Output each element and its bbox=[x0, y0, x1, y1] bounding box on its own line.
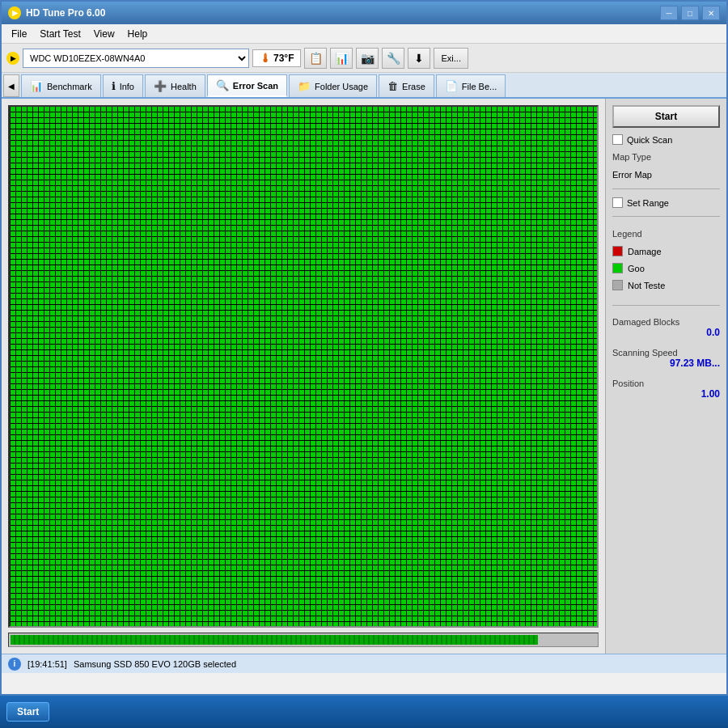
quick-scan-row: Quick Scan bbox=[612, 134, 720, 145]
legend-good: Goo bbox=[612, 263, 720, 273]
status-message: Samsung SSD 850 EVO 120GB selected bbox=[74, 659, 236, 669]
legend-not-tested: Not Teste bbox=[612, 280, 720, 290]
close-button[interactable]: ✕ bbox=[702, 6, 720, 20]
not-tested-color bbox=[612, 280, 623, 290]
window-title: HD Tune Pro 6.00 bbox=[26, 7, 660, 19]
damaged-label: Damage bbox=[628, 247, 662, 256]
tab-erase[interactable]: 🗑 Erase bbox=[379, 74, 434, 97]
toolbar-btn-4[interactable]: 🔧 bbox=[382, 48, 404, 69]
tab-folder-usage-label: Folder Usage bbox=[315, 82, 368, 91]
scan-area bbox=[2, 99, 605, 654]
exit-button[interactable]: Exi... bbox=[434, 48, 468, 69]
scan-grid-container bbox=[8, 105, 599, 628]
good-label: Goo bbox=[628, 264, 645, 273]
toolbar-btn-down[interactable]: ⬇ bbox=[408, 48, 430, 69]
divider-3 bbox=[612, 305, 720, 306]
tab-folder-usage[interactable]: 📁 Folder Usage bbox=[289, 74, 377, 97]
maximize-button[interactable]: □ bbox=[681, 6, 699, 20]
quick-scan-label: Quick Scan bbox=[627, 135, 672, 145]
tab-error-scan[interactable]: 🔍 Error Scan bbox=[207, 74, 287, 97]
health-tab-icon: ➕ bbox=[154, 80, 167, 92]
set-range-checkbox[interactable] bbox=[612, 197, 623, 208]
content-area: Start Quick Scan Map Type Error Map Set … bbox=[2, 99, 726, 654]
menu-bar: File Start Test View Help bbox=[2, 24, 726, 44]
drive-selector[interactable]: WDC WD10EZEX-08WN4A0 bbox=[23, 49, 249, 68]
legend-section: Legend Damage Goo Not Teste bbox=[612, 228, 720, 297]
benchmark-tab-icon: 📊 bbox=[30, 80, 43, 92]
temperature-value: 73°F bbox=[273, 53, 294, 64]
menu-help[interactable]: Help bbox=[121, 27, 154, 41]
erase-tab-icon: 🗑 bbox=[387, 80, 398, 92]
error-map-label: Error Map bbox=[612, 169, 720, 180]
divider-1 bbox=[612, 188, 720, 189]
legend-damaged: Damage bbox=[612, 246, 720, 256]
tab-benchmark-label: Benchmark bbox=[47, 82, 92, 91]
damaged-blocks-section: Damaged Blocks 0.0 bbox=[612, 317, 720, 338]
tab-error-scan-label: Error Scan bbox=[233, 81, 278, 91]
start-button[interactable]: Start bbox=[612, 105, 720, 128]
tab-file-benchmark-label: File Be... bbox=[462, 82, 497, 91]
scanning-speed-section: Scanning Speed 97.23 MB... bbox=[612, 348, 720, 369]
drive-icon: ▶ bbox=[6, 52, 19, 65]
temperature-display: 🌡 73°F bbox=[252, 49, 301, 67]
menu-file[interactable]: File bbox=[5, 27, 33, 41]
thermometer-icon: 🌡 bbox=[260, 52, 271, 65]
damaged-blocks-value: 0.0 bbox=[612, 327, 720, 338]
info-tab-icon: ℹ bbox=[112, 80, 116, 92]
taskbar-start-button[interactable]: Start bbox=[6, 702, 49, 722]
scanning-speed-value: 97.23 MB... bbox=[612, 358, 720, 369]
position-value: 1.00 bbox=[612, 388, 720, 400]
progress-bar-container bbox=[8, 633, 599, 647]
toolbar-btn-1[interactable]: 📋 bbox=[304, 48, 327, 69]
taskbar: Start bbox=[0, 696, 728, 728]
set-range-label: Set Range bbox=[627, 198, 669, 208]
set-range-row: Set Range bbox=[612, 197, 720, 208]
app-icon: ▶ bbox=[8, 6, 21, 19]
folder-usage-tab-icon: 📁 bbox=[298, 80, 311, 92]
tab-health-label: Health bbox=[171, 82, 197, 91]
main-window: ▶ HD Tune Pro 6.00 ─ □ ✕ File Start Test… bbox=[0, 0, 728, 696]
damaged-color bbox=[612, 246, 623, 256]
menu-start-test[interactable]: Start Test bbox=[33, 27, 87, 41]
scan-progress-bar bbox=[11, 635, 538, 645]
tab-benchmark[interactable]: 📊 Benchmark bbox=[21, 74, 101, 97]
tab-bar: ◀ 📊 Benchmark ℹ Info ➕ Health 🔍 Error Sc… bbox=[2, 73, 726, 99]
scan-grid bbox=[10, 107, 597, 626]
file-benchmark-tab-icon: 📄 bbox=[445, 80, 458, 92]
window-controls: ─ □ ✕ bbox=[660, 6, 720, 20]
status-time: [19:41:51] bbox=[28, 659, 67, 669]
position-label: Position bbox=[612, 379, 720, 388]
map-type-label: Map Type bbox=[612, 151, 720, 163]
good-color bbox=[612, 263, 623, 273]
scanning-speed-label: Scanning Speed bbox=[612, 348, 720, 358]
tab-health[interactable]: ➕ Health bbox=[145, 74, 205, 97]
error-scan-tab-icon: 🔍 bbox=[216, 79, 229, 91]
right-panel: Start Quick Scan Map Type Error Map Set … bbox=[605, 99, 726, 654]
legend-title: Legend bbox=[612, 229, 642, 239]
tab-file-benchmark[interactable]: 📄 File Be... bbox=[436, 74, 506, 97]
quick-scan-checkbox[interactable] bbox=[612, 134, 623, 145]
title-bar: ▶ HD Tune Pro 6.00 ─ □ ✕ bbox=[2, 2, 726, 24]
tab-info[interactable]: ℹ Info bbox=[103, 74, 143, 97]
not-tested-label: Not Teste bbox=[628, 281, 665, 290]
tab-nav-left[interactable]: ◀ bbox=[3, 74, 19, 97]
toolbar-btn-3[interactable]: 📷 bbox=[356, 48, 379, 69]
damaged-blocks-label: Damaged Blocks bbox=[612, 317, 720, 327]
tab-erase-label: Erase bbox=[402, 82, 425, 91]
status-bar: i [19:41:51] Samsung SSD 850 EVO 120GB s… bbox=[2, 654, 726, 673]
menu-view[interactable]: View bbox=[87, 27, 121, 41]
position-section: Position 1.00 bbox=[612, 379, 720, 400]
status-info-icon: i bbox=[8, 658, 21, 671]
toolbar: ▶ WDC WD10EZEX-08WN4A0 🌡 73°F 📋 📊 📷 🔧 ⬇ … bbox=[2, 44, 726, 73]
toolbar-btn-2[interactable]: 📊 bbox=[330, 48, 353, 69]
minimize-button[interactable]: ─ bbox=[660, 6, 678, 20]
divider-2 bbox=[612, 216, 720, 217]
tab-info-label: Info bbox=[120, 82, 134, 91]
